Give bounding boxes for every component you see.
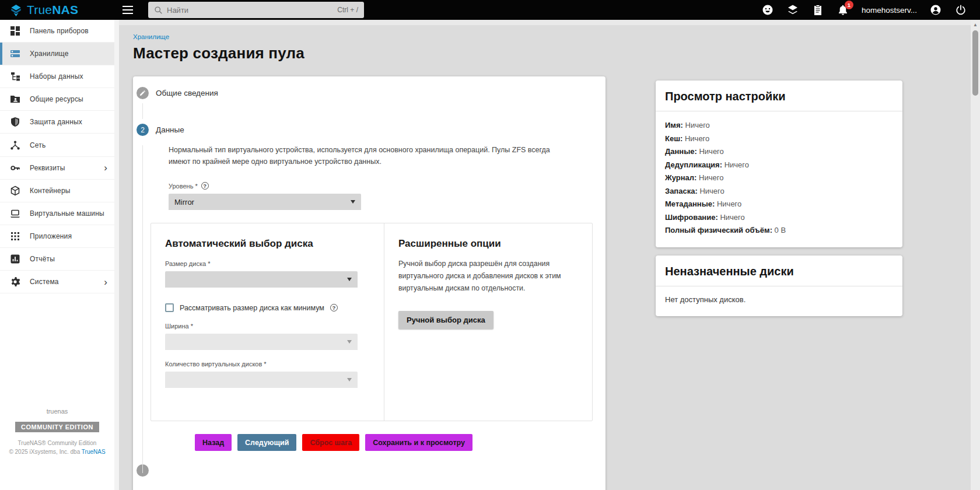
smiley-icon[interactable] bbox=[761, 4, 774, 16]
sidebar-item-storage[interactable]: Хранилище bbox=[0, 43, 114, 65]
vdev-count-select[interactable] bbox=[165, 372, 358, 388]
chevron-down-icon bbox=[351, 200, 355, 204]
review-row: Данные: Ничего bbox=[665, 145, 893, 159]
manual-disk-selection-button[interactable]: Ручной выбор диска bbox=[398, 311, 494, 329]
global-search: Ctrl + / bbox=[148, 2, 364, 18]
step-data[interactable]: 2 Данные bbox=[133, 119, 606, 136]
search-icon bbox=[154, 6, 163, 15]
width-select[interactable] bbox=[165, 334, 358, 350]
sidebar-item-system[interactable]: Система› bbox=[0, 271, 114, 293]
footer-copyright: © 2025 iXsystems, Inc. dba TrueNAS bbox=[0, 449, 114, 455]
sidebar-footer: truenas COMMUNITY EDITION TrueNAS® Commu… bbox=[0, 408, 114, 457]
sidebar-item-virtual-machines[interactable]: Виртуальные машины bbox=[0, 202, 114, 225]
sidebar-item-network[interactable]: Сеть bbox=[0, 134, 114, 156]
sidebar-item-apps[interactable]: Приложения bbox=[0, 225, 114, 248]
storage-icon bbox=[10, 48, 20, 59]
treat-size-as-minimum-checkbox[interactable] bbox=[165, 303, 174, 312]
sidebar-item-label: Реквизиты bbox=[30, 164, 65, 172]
reset-step-button[interactable]: Сброс шага bbox=[302, 434, 359, 451]
footer-edition-line: TrueNAS® Community Edition bbox=[0, 440, 114, 446]
sidebar-item-reports[interactable]: Отчёты bbox=[0, 248, 114, 271]
chevron-right-icon: › bbox=[104, 277, 107, 287]
treat-size-as-minimum-label: Рассматривать размер диска как минимум bbox=[180, 304, 324, 312]
avatar-icon[interactable] bbox=[929, 4, 942, 16]
layout-field-label: Уровень * ? bbox=[169, 182, 606, 190]
sidebar-item-label: Хранилище bbox=[30, 50, 69, 58]
main-content: Хранилище Мастер создания пула Общие све… bbox=[114, 20, 980, 490]
hostname: truenas bbox=[0, 408, 114, 415]
shares-icon bbox=[10, 94, 20, 104]
step-general-info[interactable]: Общие сведения bbox=[133, 78, 606, 99]
shield-icon bbox=[10, 117, 20, 127]
page-title: Мастер создания пула bbox=[133, 44, 980, 62]
sidebar-item-label: Контейнеры bbox=[30, 187, 71, 195]
step3-row[interactable] bbox=[136, 464, 606, 477]
breadcrumb[interactable]: Хранилище bbox=[133, 33, 169, 40]
laptop-icon bbox=[10, 208, 20, 219]
automated-disk-selection: Автоматический выбор диска Размер диска … bbox=[151, 223, 384, 421]
chevron-right-icon: › bbox=[104, 163, 107, 173]
sidebar-scroll-strip bbox=[114, 20, 119, 490]
step2-circle: 2 bbox=[136, 124, 149, 136]
advanced-options-title: Расширенные опции bbox=[398, 238, 578, 250]
help-icon[interactable]: ? bbox=[201, 182, 209, 190]
power-icon[interactable] bbox=[954, 4, 967, 16]
scrollbar-up-arrow[interactable]: ▲ bbox=[971, 20, 980, 29]
truenas-logo[interactable]: TrueNAS bbox=[0, 3, 114, 17]
review-settings-card: Просмотр настройки Имя: НичегоКеш: Ничег… bbox=[656, 80, 902, 247]
page-scrollbar[interactable]: ▲ bbox=[971, 20, 980, 490]
bell-icon[interactable]: 1 bbox=[836, 4, 849, 16]
username[interactable]: homehostserv... bbox=[862, 6, 917, 15]
scrollbar-thumb[interactable] bbox=[972, 30, 978, 96]
ix-systems-icon[interactable] bbox=[786, 4, 799, 16]
network-icon bbox=[10, 140, 20, 150]
back-button[interactable]: Назад bbox=[195, 434, 232, 451]
next-button[interactable]: Следующий bbox=[237, 434, 296, 451]
sidebar-item-label: Общие ресурсы bbox=[30, 95, 83, 103]
key-icon bbox=[10, 163, 20, 173]
sidebar-item-shares[interactable]: Общие ресурсы bbox=[0, 88, 114, 111]
truenas-link[interactable]: TrueNAS bbox=[82, 449, 106, 455]
apps-grid-icon bbox=[10, 231, 20, 242]
save-and-review-button[interactable]: Сохранить и к просмотру bbox=[365, 434, 473, 451]
vdev-count-label: Количество виртуальных дисков * bbox=[165, 360, 370, 368]
sidebar-item-label: Наборы данных bbox=[30, 72, 83, 80]
disk-selection-panel: Автоматический выбор диска Размер диска … bbox=[150, 223, 593, 421]
review-row: Запаска: Ничего bbox=[665, 185, 893, 198]
sidebar-item-datasets[interactable]: Наборы данных bbox=[0, 65, 114, 88]
search-input[interactable] bbox=[167, 6, 333, 15]
menu-toggle-icon[interactable] bbox=[123, 4, 138, 16]
layout-select[interactable]: Mirror bbox=[169, 194, 361, 210]
unassigned-disks-card: Неназначенные диски Нет доступных дисков… bbox=[656, 256, 902, 316]
review-row: Метаданные: Ничего bbox=[665, 198, 893, 211]
chevron-down-icon bbox=[347, 340, 352, 344]
topbar: TrueNAS Ctrl + / 1homehostserv... bbox=[0, 0, 980, 20]
review-row: Шифрование: Ничего bbox=[665, 211, 893, 225]
stepper-connector bbox=[142, 103, 143, 119]
disk-size-select[interactable] bbox=[165, 271, 358, 288]
review-row: Имя: Ничего bbox=[665, 119, 893, 132]
truenas-logo-icon bbox=[9, 4, 23, 17]
help-icon[interactable]: ? bbox=[330, 304, 338, 312]
step1-label: Общие сведения bbox=[156, 89, 218, 97]
review-row: Кеш: Ничего bbox=[665, 132, 893, 146]
review-row: Журнал: Ничего bbox=[665, 172, 893, 185]
reports-icon bbox=[10, 254, 20, 264]
sidebar-item-credentials[interactable]: Реквизиты› bbox=[0, 157, 114, 180]
sidebar-item-containers[interactable]: Контейнеры bbox=[0, 180, 114, 202]
sidebar-item-dashboard[interactable]: Панель приборов bbox=[0, 20, 114, 43]
review-row: Дедупликация: Ничего bbox=[665, 159, 893, 172]
sidebar-item-label: Отчёты bbox=[30, 255, 55, 263]
notification-badge: 1 bbox=[845, 1, 853, 9]
topbar-actions: 1homehostserv... bbox=[761, 4, 980, 16]
review-settings-list: Имя: НичегоКеш: НичегоДанные: НичегоДеду… bbox=[656, 111, 902, 247]
advanced-options: Расширенные опции Ручной выбор диска раз… bbox=[384, 223, 592, 421]
sidebar-item-label: Панель приборов bbox=[30, 27, 89, 35]
sidebar-item-data-protection[interactable]: Защита данных bbox=[0, 111, 114, 134]
chevron-down-icon bbox=[347, 278, 352, 281]
sidebar-item-label: Сеть bbox=[30, 141, 46, 149]
edition-badge: COMMUNITY EDITION bbox=[15, 422, 99, 432]
clipboard-icon[interactable] bbox=[811, 4, 824, 16]
search-shortcut: Ctrl + / bbox=[337, 6, 358, 14]
data-vdev-description: Нормальный тип виртуального устройства, … bbox=[169, 144, 561, 167]
